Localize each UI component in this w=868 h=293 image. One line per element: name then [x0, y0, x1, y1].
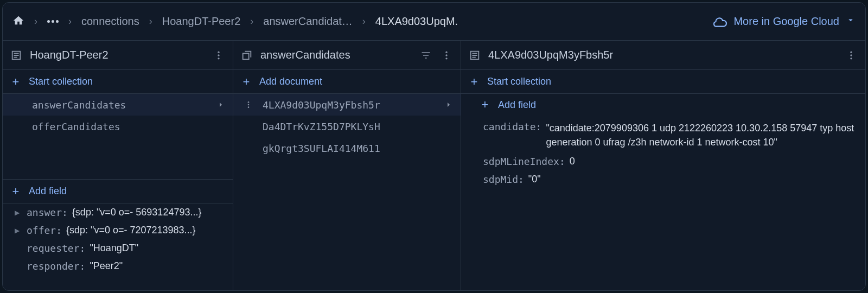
field-value: {sdp: "v=0 o=- 5693124793...} [72, 207, 202, 218]
breadcrumb-item[interactable]: HoangDT-Peer2 [162, 15, 241, 28]
field-value: "HoangDT" [90, 243, 138, 254]
document-icon [469, 49, 481, 61]
start-collection-button[interactable]: + Start collection [461, 70, 865, 94]
svg-point-11 [850, 58, 852, 59]
field-row[interactable]: responder: "Peer2" [3, 257, 233, 275]
overflow-icon[interactable] [47, 20, 59, 23]
item-menu-icon[interactable] [244, 100, 253, 109]
start-collection-label: Start collection [29, 76, 93, 87]
add-field-button[interactable]: + Add field [3, 180, 233, 203]
field-key: sdpMid: [483, 174, 524, 185]
svg-point-6 [248, 101, 250, 103]
document-detail-panel: 4LXA9d03UpqM3yFbsh5r + Start collection … [461, 41, 865, 290]
breadcrumb-item[interactable]: answerCandidat… [263, 15, 353, 28]
collection-icon [241, 49, 253, 61]
chevron-right-icon: › [68, 16, 72, 27]
chevron-right-icon: › [149, 16, 152, 27]
collection-panel: answerCandidates + Add document 4LXA9d03… [233, 41, 461, 290]
svg-point-9 [850, 51, 852, 53]
svg-point-7 [248, 104, 250, 106]
home-icon[interactable] [12, 15, 24, 29]
field-key: responder: [27, 260, 85, 272]
plus-icon: + [241, 75, 252, 89]
field-value: "0" [528, 174, 541, 185]
breadcrumb-item[interactable]: connections [81, 15, 139, 28]
field-row[interactable]: ▶ offer: {sdp: "v=0 o=- 7207213983...} [3, 221, 233, 239]
panel-title: answerCandidates [260, 49, 412, 61]
field-key: requester: [27, 243, 85, 254]
panel-menu-button[interactable] [845, 49, 858, 62]
add-document-label: Add document [259, 76, 322, 87]
chevron-right-icon: › [34, 16, 37, 27]
field-key: sdpMLineIndex: [483, 156, 565, 167]
document-icon [10, 49, 22, 61]
field-row[interactable]: ▶ answer: {sdp: "v=0 o=- 5693124793...} [3, 203, 233, 221]
document-list-item[interactable]: 4LXA9d03UpqM3yFbsh5r [233, 94, 461, 116]
svg-point-10 [850, 54, 852, 56]
panel-title: HoangDT-Peer2 [30, 49, 205, 61]
panel-menu-button[interactable] [212, 49, 225, 62]
field-row[interactable]: candidate: "candidate:2079909306 1 udp 2… [461, 118, 865, 152]
svg-point-1 [218, 54, 219, 56]
add-document-button[interactable]: + Add document [233, 70, 461, 94]
svg-point-8 [248, 106, 250, 108]
chevron-right-icon: › [250, 16, 253, 27]
more-in-cloud-label: More in Google Cloud [733, 15, 839, 28]
field-row[interactable]: sdpMid: "0" [461, 170, 865, 188]
svg-point-4 [445, 54, 447, 56]
document-list-item[interactable]: Da4DTrKvZ155D7PKLYsH [233, 116, 461, 137]
svg-point-3 [445, 51, 447, 53]
field-key: offer: [27, 225, 62, 236]
field-value: 0 [570, 156, 575, 167]
document-list-item[interactable]: gkQrgt3SUFLAI414M611 [233, 137, 461, 159]
field-value: "candidate:2079909306 1 udp 2122260223 1… [546, 121, 858, 149]
plus-icon: + [10, 184, 21, 199]
chevron-right-icon [216, 100, 225, 109]
expand-icon [15, 260, 22, 270]
chevron-right-icon [444, 100, 453, 109]
collection-label: offerCandidates [32, 121, 225, 132]
field-row[interactable]: requester: "HoangDT" [3, 239, 233, 257]
document-id-label: gkQrgt3SUFLAI414M611 [263, 143, 453, 154]
spacer [3, 137, 233, 180]
add-field-button[interactable]: + Add field [461, 94, 865, 116]
document-id-label: 4LXA9d03UpqM3yFbsh5r [263, 99, 439, 111]
add-field-label: Add field [498, 99, 536, 111]
chevron-right-icon: › [362, 16, 366, 27]
svg-point-2 [218, 58, 219, 59]
add-field-label: Add field [29, 186, 67, 197]
document-panel: HoangDT-Peer2 + Start collection answerC… [3, 41, 233, 290]
collection-item[interactable]: offerCandidates [3, 116, 233, 137]
panel-menu-button[interactable] [440, 49, 453, 62]
breadcrumb-current: 4LXA9d03UpqM. [375, 15, 458, 28]
plus-icon: + [480, 98, 490, 112]
expand-icon[interactable]: ▶ [15, 225, 22, 234]
cloud-icon [713, 15, 727, 29]
panel-title: 4LXA9d03UpqM3yFbsh5r [488, 49, 837, 61]
chevron-down-icon [846, 15, 856, 28]
svg-point-5 [445, 58, 447, 59]
more-in-cloud-link[interactable]: More in Google Cloud [713, 15, 856, 29]
start-collection-label: Start collection [487, 76, 551, 87]
collection-label: answerCandidates [32, 99, 211, 111]
breadcrumb-bar: › › connections › HoangDT-Peer2 › answer… [3, 3, 865, 41]
filter-button[interactable] [419, 49, 432, 62]
document-id-label: Da4DTrKvZ155D7PKLYsH [263, 121, 453, 132]
field-key: candidate: [483, 121, 541, 132]
start-collection-button[interactable]: + Start collection [3, 70, 233, 94]
expand-icon[interactable]: ▶ [15, 207, 22, 216]
collection-item[interactable]: answerCandidates [3, 94, 233, 116]
expand-icon [15, 243, 22, 252]
field-value: "Peer2" [90, 260, 123, 272]
field-value: {sdp: "v=0 o=- 7207213983...} [66, 225, 196, 236]
plus-icon: + [10, 75, 21, 89]
svg-point-0 [218, 51, 219, 53]
field-key: answer: [27, 207, 68, 218]
field-row[interactable]: sdpMLineIndex: 0 [461, 152, 865, 170]
plus-icon: + [469, 75, 480, 89]
